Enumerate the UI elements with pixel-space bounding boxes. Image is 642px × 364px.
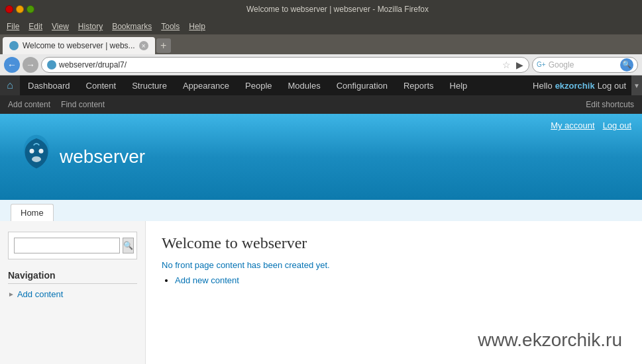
menu-history[interactable]: History: [74, 21, 107, 32]
nav-people[interactable]: People: [237, 75, 280, 95]
reload-icon[interactable]: ▶: [516, 60, 523, 70]
svg-point-1: [30, 149, 34, 154]
no-content-text: No front page content has been created y…: [162, 260, 626, 270]
nav-content[interactable]: Content: [78, 75, 125, 95]
tab-title: Welcome to webserver | webs...: [23, 41, 135, 50]
site-header-right: My account Log out: [551, 120, 631, 130]
main-area: 🔍 Navigation ► Add content Welcome to we…: [0, 221, 642, 364]
nav-appearance[interactable]: Appearance: [175, 75, 237, 95]
my-account-link[interactable]: My account: [551, 120, 594, 130]
close-button[interactable]: [5, 5, 13, 13]
admin-home-icon[interactable]: ⌂: [0, 75, 20, 95]
site-header: webserver My account Log out: [0, 114, 642, 200]
admin-nav: ⌂ Dashboard Content Structure Appearance…: [0, 75, 642, 95]
tab-bar: Welcome to webserver | webs... × +: [0, 34, 642, 54]
nav-reports[interactable]: Reports: [396, 75, 442, 95]
menu-view[interactable]: View: [48, 21, 73, 32]
sidebar-search-input[interactable]: [14, 238, 120, 253]
url-text: webserver/drupal7/: [59, 60, 127, 69]
svg-point-3: [32, 156, 41, 162]
shortcut-items: Add content Find content: [8, 100, 586, 109]
site-favicon: [47, 60, 56, 69]
site-logout-link[interactable]: Log out: [603, 120, 631, 130]
admin-nav-items: Dashboard Content Structure Appearance P…: [20, 75, 533, 95]
content-list: Add new content: [162, 275, 626, 285]
admin-logout-button[interactable]: Log out: [598, 81, 626, 91]
sidebar-search-button[interactable]: 🔍: [123, 238, 134, 253]
nav-add-content-link[interactable]: Add content: [17, 289, 63, 299]
address-bar: ← → webserver/drupal7/ ☆ ▶ G+ Google 🔍: [0, 54, 642, 75]
nav-block-title: Navigation: [8, 270, 137, 284]
tab-close-button[interactable]: ×: [139, 41, 148, 50]
tab-favicon: [9, 41, 19, 50]
add-new-content-link[interactable]: Add new content: [175, 275, 239, 285]
back-button[interactable]: ←: [4, 57, 20, 73]
search-widget-inner: 🔍: [14, 238, 131, 253]
search-placeholder: Google: [549, 60, 574, 69]
menu-file[interactable]: File: [3, 21, 23, 32]
window-title: Welcome to webserver | webserver - Mozil…: [38, 5, 637, 14]
title-bar: Welcome to webserver | webserver - Mozil…: [0, 0, 642, 19]
browser-tab-active[interactable]: Welcome to webserver | webs... ×: [3, 37, 155, 54]
drupal-logo: [13, 134, 60, 180]
admin-username[interactable]: ekzorchik: [555, 81, 595, 91]
tab-home[interactable]: Home: [11, 204, 54, 221]
minimize-button[interactable]: [16, 5, 24, 13]
forward-button[interactable]: →: [23, 57, 38, 73]
main-content: Welcome to webserver No front page conte…: [146, 221, 642, 364]
search-submit-icon[interactable]: 🔍: [620, 58, 633, 71]
sidebar: 🔍 Navigation ► Add content: [0, 221, 146, 364]
nav-help[interactable]: Help: [442, 75, 476, 95]
nav-arrow-icon: ►: [8, 291, 15, 298]
nav-configuration[interactable]: Configuration: [329, 75, 396, 95]
nav-block-item[interactable]: ► Add content: [8, 289, 137, 299]
nav-modules[interactable]: Modules: [280, 75, 329, 95]
menu-bar: File Edit View History Bookmarks Tools H…: [0, 19, 642, 34]
shortcut-add-content[interactable]: Add content: [8, 100, 50, 109]
admin-nav-right: Hello ekzorchik Log out: [533, 81, 631, 91]
new-tab-button[interactable]: +: [156, 38, 171, 53]
shortcut-bar: Add content Find content Edit shortcuts: [0, 95, 642, 114]
menu-edit[interactable]: Edit: [25, 21, 46, 32]
search-box[interactable]: G+ Google 🔍: [532, 57, 638, 73]
nav-block: Navigation ► Add content: [8, 270, 137, 299]
list-item: Add new content: [175, 275, 626, 285]
window-controls[interactable]: [5, 5, 34, 13]
edit-shortcuts-link[interactable]: Edit shortcuts: [586, 100, 634, 109]
search-widget: 🔍: [8, 232, 137, 259]
site-name: webserver: [60, 146, 145, 167]
page-tabs: Home: [0, 200, 642, 221]
menu-help[interactable]: Help: [185, 21, 209, 32]
maximize-button[interactable]: [27, 5, 34, 13]
search-engine-icon: G+: [537, 61, 546, 68]
svg-point-2: [39, 149, 44, 154]
url-box[interactable]: webserver/drupal7/ ☆ ▶: [41, 57, 529, 73]
menu-bookmarks[interactable]: Bookmarks: [108, 21, 156, 32]
page-title: Welcome to webserver: [162, 234, 626, 252]
nav-structure[interactable]: Structure: [124, 75, 175, 95]
admin-nav-arrow[interactable]: ▼: [631, 75, 642, 95]
hello-text: Hello: [533, 81, 553, 91]
menu-tools[interactable]: Tools: [157, 21, 184, 32]
shortcut-find-content[interactable]: Find content: [61, 100, 105, 109]
bookmark-star-icon[interactable]: ☆: [502, 60, 511, 70]
nav-dashboard[interactable]: Dashboard: [20, 75, 78, 95]
